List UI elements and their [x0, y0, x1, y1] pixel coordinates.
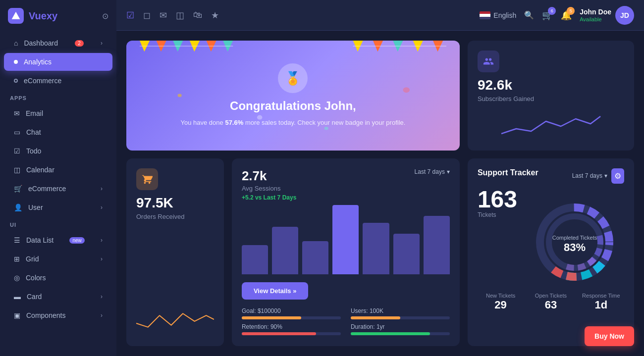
star-icon[interactable]: ★ — [211, 10, 219, 21]
todo-icon: ☑ — [14, 147, 20, 155]
response-value: 1d — [578, 299, 624, 311]
sidebar-item-calendar[interactable]: ◫ Calendar — [4, 161, 112, 179]
gauge-container: Completed Tickets 83% — [525, 193, 624, 282]
chevron-right6-icon: › — [101, 312, 103, 319]
shop-icon[interactable]: 🛍 — [193, 10, 202, 20]
buy-now-button[interactable]: Buy Now — [585, 326, 634, 346]
congrats-card: 🏅 Congratulations John, You have done 57… — [126, 41, 460, 151]
sidebar-item-grid[interactable]: ⊞ Grid › — [4, 250, 112, 268]
svg-point-15 — [178, 94, 182, 97]
sessions-period-dropdown[interactable]: Last 7 days ▾ — [415, 168, 450, 175]
sidebar-item-ecommerce-sub[interactable]: eCommerce — [4, 72, 112, 90]
sidebar-item-colors[interactable]: ◎ Colors — [4, 269, 112, 287]
main-area: ☑ ◻ ✉ ◫ 🛍 ★ English 🔍 🛒 6 🔔 5 Joh — [116, 0, 644, 356]
retention-label: Retention: 90% — [242, 323, 341, 330]
mail-topbar-icon[interactable]: ✉ — [160, 10, 167, 21]
sidebar-email-label: Email — [26, 109, 43, 117]
svg-text:83%: 83% — [564, 241, 586, 254]
user-info[interactable]: John Doe Available JD — [580, 6, 634, 25]
sidebar-colors-label: Colors — [26, 274, 46, 282]
topbar-nav-icons: ☑ ◻ ✉ ◫ 🛍 ★ — [126, 10, 219, 21]
open-tickets-stat: Open Tickets 63 — [528, 293, 574, 311]
sidebar-user-label: User — [28, 203, 43, 211]
components-icon: ▣ — [14, 311, 20, 319]
sidebar-item-dashboard[interactable]: ⌂ Dashboard 2 › — [4, 34, 112, 52]
grid-icon: ⊞ — [14, 255, 20, 263]
subscribers-chart — [478, 109, 624, 141]
bar-2 — [302, 241, 328, 274]
users-bar-wrap — [351, 316, 450, 319]
svg-marker-0 — [12, 12, 20, 19]
search-topbar-icon[interactable]: 🔍 — [524, 10, 534, 20]
language-selector[interactable]: English — [480, 11, 516, 19]
avatar: JD — [615, 6, 634, 25]
support-settings-icon[interactable]: ⚙ — [611, 168, 624, 184]
duration-progress: Duration: 1yr — [351, 323, 450, 335]
svg-marker-1 — [140, 41, 150, 51]
tasks-icon[interactable]: ☑ — [126, 10, 134, 21]
topbar: ☑ ◻ ✉ ◫ 🛍 ★ English 🔍 🛒 6 🔔 5 Joh — [116, 0, 644, 31]
cart-topbar-icon[interactable]: 🛒 6 — [542, 10, 553, 21]
goal-label: Goal: $100000 — [242, 307, 341, 314]
sidebar-ecommerce-app-label: eCommerce — [28, 185, 66, 193]
goal-bar-wrap — [242, 316, 341, 319]
congrats-highlight: 57.6% — [225, 119, 243, 126]
svg-text:Completed Tickets: Completed Tickets — [552, 235, 597, 241]
sidebar-dashboard-label: Dashboard — [24, 39, 58, 47]
congrats-desc-start: You have done — [181, 119, 225, 126]
bar-4 — [363, 223, 389, 274]
svg-marker-10 — [393, 41, 403, 51]
sidebar-item-email[interactable]: ✉ Email — [4, 104, 112, 122]
tickets-label: Tickets — [478, 211, 517, 218]
sidebar-item-components[interactable]: ▣ Components › — [4, 306, 112, 324]
support-period-dropdown[interactable]: Last 7 days ▾ — [572, 172, 607, 179]
support-period-label: Last 7 days — [572, 172, 602, 179]
retention-progress: Retention: 90% — [242, 323, 341, 335]
svg-marker-5 — [206, 41, 216, 51]
orders-card: 97.5K Orders Received — [126, 158, 224, 347]
home-icon: ⌂ — [14, 39, 18, 47]
message-icon[interactable]: ◻ — [143, 10, 151, 21]
orders-label: Orders Received — [136, 213, 214, 220]
card-icon: ▬ — [14, 293, 21, 301]
sidebar-item-chat[interactable]: ▭ Chat — [4, 123, 112, 141]
open-tickets-label: Open Tickets — [528, 293, 574, 299]
sidebar-item-datalist[interactable]: ☰ Data List new › — [4, 231, 112, 249]
calendar-icon: ◫ — [14, 166, 20, 174]
bar-6 — [424, 216, 450, 274]
bar-1 — [272, 227, 298, 274]
sidebar-item-card[interactable]: ▬ Card › — [4, 288, 112, 305]
chevron-right3-icon: › — [101, 237, 103, 244]
sidebar-item-analytics[interactable]: Analytics — [4, 53, 112, 71]
chevron-right2-icon: › — [101, 204, 103, 211]
content-grid: 🏅 Congratulations John, You have done 57… — [116, 31, 644, 356]
sidebar-item-ecommerce-app[interactable]: 🛒 eCommerce › — [4, 180, 112, 198]
notification-icon[interactable]: 🔔 5 — [561, 10, 572, 21]
sessions-bar-chart — [242, 205, 450, 274]
calendar-topbar-icon[interactable]: ◫ — [176, 10, 184, 21]
svg-marker-3 — [173, 41, 183, 51]
bar-0 — [242, 245, 268, 274]
svg-marker-11 — [413, 41, 423, 51]
notif-badge: 5 — [567, 7, 575, 15]
subscribers-label: Subscribers Gained — [478, 95, 624, 102]
subscribers-value: 92.6k — [478, 77, 624, 93]
dot-active-icon — [14, 60, 18, 64]
cart-icon: 🛒 — [14, 185, 22, 193]
users-bar — [351, 316, 400, 319]
chevron-right4-icon: › — [101, 255, 103, 262]
sidebar-item-user[interactable]: 👤 User › — [4, 199, 112, 216]
svg-point-16 — [403, 87, 410, 93]
gauge-svg: Completed Tickets 83% — [525, 193, 624, 282]
sidebar-calendar-label: Calendar — [26, 166, 54, 174]
orders-chart — [136, 305, 214, 336]
sidebar-item-todo[interactable]: ☑ Todo — [4, 142, 112, 160]
users-label: Users: 100K — [351, 307, 450, 314]
goal-bar — [242, 316, 301, 319]
user-name: John Doe — [580, 8, 611, 16]
subscribers-icon — [478, 51, 499, 72]
sidebar-settings-icon[interactable]: ⊙ — [102, 11, 108, 21]
view-details-button[interactable]: View Details » — [242, 282, 308, 300]
sessions-value: 2.7k — [242, 168, 296, 184]
congrats-decoration — [126, 41, 460, 151]
